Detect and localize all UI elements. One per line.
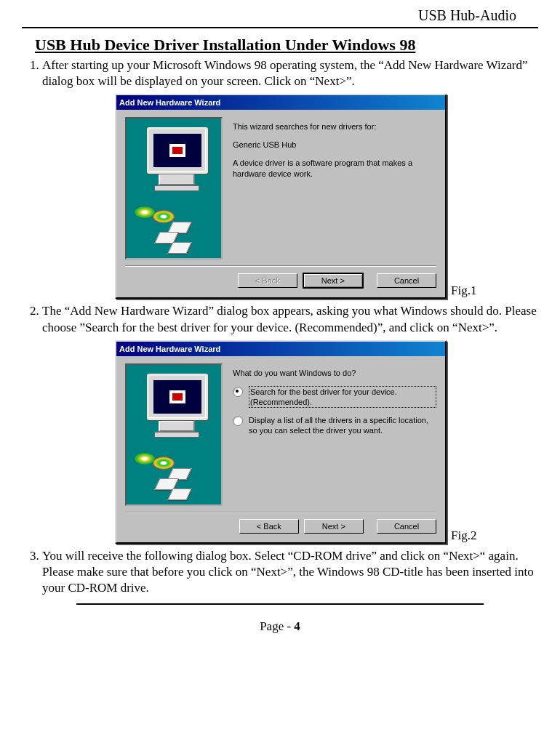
monitor-icon (147, 127, 207, 191)
step-3-text: You will receive the following dialog bo… (42, 549, 534, 595)
step-3: You will receive the following dialog bo… (42, 548, 538, 596)
card-icon (167, 488, 191, 500)
cancel-button[interactable]: Cancel (377, 273, 436, 288)
figure-2-label: Fig.2 (451, 528, 476, 544)
radio-label-2: Display a list of all the drivers in a s… (249, 415, 436, 436)
radio-option-list[interactable]: Display a list of all the drivers in a s… (233, 415, 436, 436)
radio-option-search[interactable]: Search for the best driver for your devi… (233, 386, 436, 409)
dialog1-device: Generic USB Hub (233, 140, 436, 150)
document-header: USB Hub-Audio (22, 7, 538, 27)
dialog1-titlebar: Add New Hardware Wizard (116, 95, 445, 110)
step-2-text: The “Add New Hardware Wizard” dialog box… (42, 304, 537, 334)
back-button: < Back (238, 273, 297, 288)
dialog1-line1: This wizard searches for new drivers for… (233, 121, 436, 132)
page-footer: Page - 4 (0, 619, 560, 648)
card-icon (167, 242, 191, 254)
figure-1-label: Fig.1 (451, 283, 476, 299)
section-title: USB Hub Device Driver Installation Under… (35, 36, 538, 55)
dialog1-illustration (125, 117, 223, 260)
back-button[interactable]: < Back (239, 519, 299, 534)
radio-icon (233, 416, 243, 426)
header-rule (22, 27, 538, 28)
dialog2-prompt: What do you want Windows to do? (233, 368, 436, 379)
footer-rule (76, 603, 484, 605)
step-2: The “Add New Hardware Wizard” dialog box… (42, 303, 538, 543)
next-button[interactable]: Next > (303, 273, 364, 289)
dialog-add-hw-1: Add New Hardware Wizard (115, 94, 447, 299)
dialog2-titlebar: Add New Hardware Wizard (116, 342, 445, 356)
dialog2-illustration (125, 363, 223, 506)
monitor-icon (147, 374, 207, 438)
next-button[interactable]: Next > (304, 519, 364, 534)
disc-icon (153, 457, 175, 470)
cancel-button[interactable]: Cancel (377, 519, 436, 534)
radio-icon (233, 387, 243, 397)
radio-label-1: Search for the best driver for your devi… (249, 386, 436, 409)
footer-prefix: Page - (260, 619, 294, 633)
dialog-add-hw-2: Add New Hardware Wizard (115, 340, 447, 544)
dialog1-line2: A device driver is a software program th… (233, 158, 436, 180)
step-1: After starting up your Microsoft Windows… (42, 57, 538, 299)
step-1-text: After starting up your Microsoft Windows… (42, 58, 527, 88)
disc-icon (153, 210, 175, 223)
footer-page-number: 4 (294, 619, 300, 633)
